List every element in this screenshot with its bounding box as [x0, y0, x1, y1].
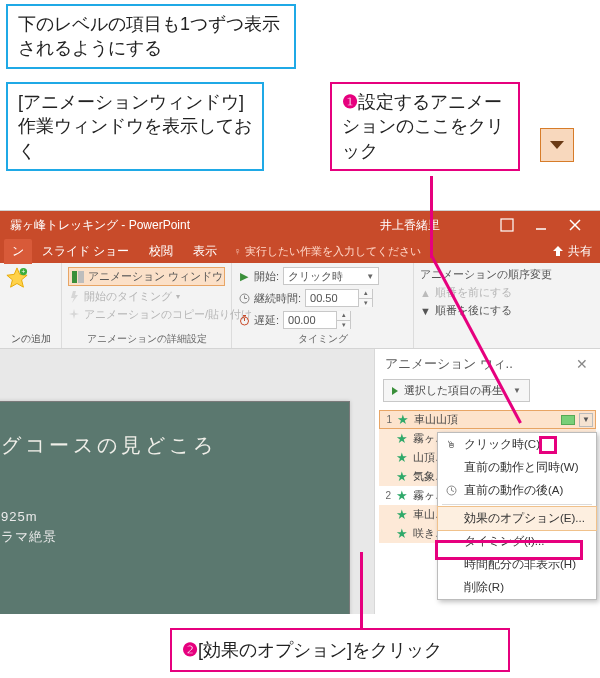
- delay-label: 遅延:: [254, 313, 279, 328]
- dropdown-sample-icon: [540, 128, 574, 162]
- svg-rect-1: [501, 219, 513, 231]
- menu-on-click-label: クリック時(C): [464, 438, 540, 450]
- star-icon: ★: [395, 469, 409, 484]
- svg-rect-16: [243, 315, 246, 317]
- star-icon: ★: [395, 488, 409, 503]
- tell-me-placeholder: 実行したい作業を入力してください: [245, 245, 421, 257]
- spin-up[interactable]: ▴: [336, 311, 350, 320]
- animation-pane: アニメーション ウィ.. ✕ 選択した項目の再生 ▼ 1 ★ 車山山頂 ▼: [374, 349, 600, 614]
- animation-painter-icon: [68, 309, 80, 321]
- slide-line-1: 925m: [1, 509, 329, 524]
- trigger-button[interactable]: 開始のタイミング ▾: [68, 289, 225, 304]
- menu-effect-options[interactable]: 効果のオプション(E)...: [437, 506, 597, 531]
- tab-review[interactable]: 校閲: [139, 239, 183, 264]
- group-advanced-animation-label: アニメーションの詳細設定: [68, 332, 225, 346]
- move-later-button[interactable]: ▼ 順番を後にする: [420, 303, 594, 318]
- start-icon: ▶: [238, 270, 250, 282]
- start-value: クリック時: [288, 269, 360, 284]
- context-menu: 🖱 クリック時(C) 直前の動作と同時(W) 直前の動作の後(A) 効果のオプシ…: [437, 432, 597, 600]
- slide-canvas[interactable]: グコースの見どころ 925m ラマ絶景: [0, 349, 374, 614]
- menu-separator: [442, 504, 592, 505]
- spin-down[interactable]: ▾: [336, 320, 350, 329]
- duration-bar: [561, 415, 575, 425]
- leader-line-1a: [430, 176, 433, 258]
- duration-label: 継続時間:: [254, 291, 301, 306]
- start-row: ▶ 開始: クリック時 ▼: [238, 267, 407, 285]
- play-selected-label: 選択した項目の再生: [404, 383, 503, 398]
- close-pane-button[interactable]: ✕: [572, 356, 592, 372]
- target-highlight-dropdown: [539, 436, 557, 454]
- down-arrow-icon: ▼: [420, 305, 431, 317]
- minimize-button[interactable]: [524, 211, 558, 239]
- menu-after-previous[interactable]: 直前の動作の後(A): [438, 479, 596, 502]
- delay-row: 遅延: 00.00 ▴▾: [238, 311, 407, 329]
- tab-slideshow[interactable]: スライド ショー: [32, 239, 139, 264]
- start-label: 開始:: [254, 269, 279, 284]
- svg-text:+: +: [22, 268, 26, 275]
- slide-preview[interactable]: グコースの見どころ 925m ラマ絶景: [0, 401, 350, 614]
- start-select[interactable]: クリック時 ▼: [283, 267, 379, 285]
- tab-view[interactable]: 表示: [183, 239, 227, 264]
- callout-1-text: 設定するアニメーションのここをクリック: [342, 92, 504, 161]
- chevron-down-icon: ▼: [366, 272, 374, 281]
- callout-2-text: [効果のオプション]をクリック: [198, 640, 442, 660]
- animation-painter-label: アニメーションのコピー/貼り付け: [84, 307, 252, 322]
- delay-spinner[interactable]: 00.00 ▴▾: [283, 311, 351, 329]
- clock-icon: [444, 483, 458, 497]
- animation-pane-icon: [72, 271, 84, 283]
- item-dropdown-button[interactable]: ▼: [579, 413, 593, 427]
- item-label: 車山山頂: [414, 412, 557, 427]
- item-number: 1: [382, 414, 392, 425]
- close-button[interactable]: [558, 211, 592, 239]
- menu-with-previous[interactable]: 直前の動作と同時(W): [438, 456, 596, 479]
- play-row: 選択した項目の再生 ▼: [383, 379, 592, 402]
- ribbon-tabs: ン スライド ショー 校閲 表示 ♀ 実行したい作業を入力してください 共有: [0, 239, 600, 263]
- workspace: グコースの見どころ 925m ラマ絶景 アニメーション ウィ.. ✕ 選択した項…: [0, 349, 600, 614]
- callout-top: 下のレベルの項目も1つずつ表示されるようにする: [6, 4, 296, 69]
- star-icon: ★: [395, 526, 409, 541]
- ribbon-options-button[interactable]: [490, 211, 524, 239]
- delay-value: 00.00: [284, 314, 336, 326]
- slide-title: グコースの見どころ: [1, 432, 329, 459]
- move-later-label: 順番を後にする: [435, 303, 512, 318]
- target-highlight-effect-options: [435, 540, 583, 560]
- window-title: 霧ヶ峰トレッキング - PowerPoint: [10, 217, 190, 234]
- svg-marker-10: [69, 309, 79, 319]
- menu-on-click[interactable]: 🖱 クリック時(C): [438, 433, 596, 456]
- ribbon: + ンの追加 アニメーション ウィンドウ 開始のタイミング ▾: [0, 263, 600, 349]
- play-icon: [392, 387, 398, 395]
- add-animation-label: ンの追加: [6, 332, 55, 346]
- menu-after-previous-label: 直前の動作の後(A): [464, 484, 563, 496]
- duration-icon: [238, 292, 250, 304]
- svg-line-19: [451, 490, 454, 491]
- star-icon: ★: [395, 450, 409, 465]
- animation-list: 1 ★ 車山山頂 ▼ 🖱 クリック時(C) 直前の動作と同時(W): [375, 408, 600, 614]
- svg-rect-8: [72, 271, 77, 283]
- mouse-icon: 🖱: [444, 437, 458, 451]
- slide-line-2: ラマ絶景: [1, 528, 329, 546]
- item-number: 2: [381, 490, 391, 501]
- animation-list-item-1[interactable]: 1 ★ 車山山頂 ▼: [379, 410, 596, 429]
- title-bar: 霧ヶ峰トレッキング - PowerPoint 井上香緒里: [0, 211, 600, 239]
- share-button[interactable]: 共有: [552, 243, 592, 260]
- spin-up[interactable]: ▴: [358, 289, 372, 298]
- trigger-icon: [68, 291, 80, 303]
- tab-animations-fragment[interactable]: ン: [4, 239, 32, 264]
- duration-spinner[interactable]: 00.50 ▴▾: [305, 289, 373, 307]
- tell-me-box[interactable]: ♀ 実行したい作業を入力してください: [233, 244, 552, 259]
- animation-pane-button[interactable]: アニメーション ウィンドウ: [68, 267, 225, 286]
- star-icon: ★: [396, 412, 410, 427]
- menu-remove[interactable]: 削除(R): [438, 576, 596, 599]
- animation-painter-button[interactable]: アニメーションのコピー/貼り付け: [68, 307, 225, 322]
- callout-2-badge: ❷: [182, 640, 198, 660]
- delay-icon: [238, 314, 250, 326]
- callout-1-badge: ❶: [342, 92, 358, 112]
- star-icon: ★: [395, 431, 409, 446]
- spin-down[interactable]: ▾: [358, 298, 372, 307]
- callout-1: ❶設定するアニメーションのここをクリック: [330, 82, 520, 171]
- add-animation-icon[interactable]: +: [6, 267, 28, 289]
- duration-value: 00.50: [306, 292, 358, 304]
- star-icon: ★: [395, 507, 409, 522]
- chevron-down-icon: ▼: [513, 386, 521, 395]
- svg-marker-0: [550, 141, 564, 149]
